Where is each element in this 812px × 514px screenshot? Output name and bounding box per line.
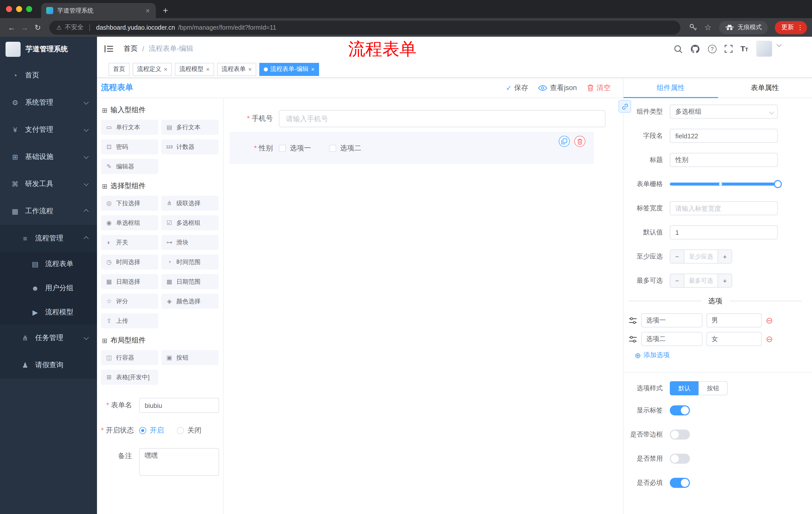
component-upload[interactable]: ⇪上传 xyxy=(101,313,158,328)
canvas-field-gender-selected[interactable]: 性别 选项一 选项二 xyxy=(230,132,594,164)
remove-option-button[interactable]: ⊖ xyxy=(766,316,773,325)
increase-button[interactable]: + xyxy=(718,250,732,263)
help-icon[interactable]: ? xyxy=(708,45,716,53)
breadcrumb-home[interactable]: 首页 xyxy=(124,44,138,53)
component-time-range[interactable]: ◔时间范围 xyxy=(161,254,219,270)
font-size-icon[interactable]: TT xyxy=(741,45,748,52)
sidebar-item-system-management[interactable]: ⚙ 系统管理 xyxy=(0,89,97,116)
form-canvas[interactable]: 手机号 xyxy=(224,98,623,514)
maximize-window-button[interactable] xyxy=(26,6,32,12)
github-icon[interactable] xyxy=(690,44,700,54)
canvas-field-phone[interactable]: 手机号 xyxy=(224,110,606,127)
component-date-picker[interactable]: ▦日期选择 xyxy=(101,274,158,289)
tag-process-form[interactable]: 流程表单 × xyxy=(217,63,256,76)
gender-checkbox-option1[interactable]: 选项一 xyxy=(279,144,311,153)
tab-component-props[interactable]: 组件属性 xyxy=(624,78,718,98)
component-switch[interactable]: ◐开关 xyxy=(101,235,158,250)
save-button[interactable]: ✓ 保存 xyxy=(506,83,528,92)
component-slider[interactable]: ⊶滑块 xyxy=(161,235,219,250)
close-icon[interactable]: × xyxy=(206,65,209,73)
component-color-picker[interactable]: ◈颜色选择 xyxy=(161,294,219,309)
option-value-input[interactable] xyxy=(706,313,762,327)
component-type-select[interactable] xyxy=(670,105,778,119)
component-multiline-text[interactable]: ▤多行文本 xyxy=(161,120,219,135)
component-table[interactable]: ⊞表格[开发中] xyxy=(101,370,158,385)
clear-button[interactable]: 清空 xyxy=(587,83,610,92)
component-time-picker[interactable]: ◷时间选择 xyxy=(101,254,158,270)
component-cascader[interactable]: ⋔级联选择 xyxy=(161,196,219,211)
component-row-container[interactable]: ◫行容器 xyxy=(101,350,158,365)
required-switch[interactable] xyxy=(670,478,690,488)
drag-option-handle[interactable] xyxy=(629,317,637,324)
bookmark-star-button[interactable]: ☆ xyxy=(704,23,712,32)
tag-home[interactable]: 首页 xyxy=(109,63,129,76)
form-grid-slider[interactable] xyxy=(670,177,778,191)
sidebar-item-leave-query[interactable]: ♟ 请假查询 xyxy=(0,352,97,379)
sidebar-item-infrastructure[interactable]: ⊞ 基础设施 xyxy=(0,143,97,170)
component-editor[interactable]: ✎编辑器 xyxy=(101,159,158,174)
tab-close-icon[interactable]: × xyxy=(145,6,151,15)
component-radio-group[interactable]: ◉单选框组 xyxy=(101,215,158,231)
sidebar-item-process-model[interactable]: ▶ 流程模型 xyxy=(0,300,97,324)
show-label-switch[interactable] xyxy=(670,405,690,415)
slider-track[interactable] xyxy=(670,183,778,186)
title-input[interactable] xyxy=(670,153,778,167)
label-width-input[interactable] xyxy=(670,201,778,215)
tag-process-form-edit[interactable]: 流程表单-编辑 × xyxy=(259,63,319,76)
sidebar-item-process-form[interactable]: ▤ 流程表单 xyxy=(0,252,97,276)
forward-button[interactable]: → xyxy=(18,23,31,32)
close-icon[interactable]: × xyxy=(164,65,167,73)
option-value-input[interactable] xyxy=(706,332,762,346)
component-rate[interactable]: ☆评分 xyxy=(101,294,158,309)
default-value-input[interactable] xyxy=(670,225,778,239)
slider-handle[interactable] xyxy=(774,180,782,188)
fullscreen-icon[interactable] xyxy=(724,45,732,53)
browser-tab[interactable]: 芋道管理系统 × xyxy=(41,3,156,18)
sidebar-item-process-management[interactable]: ≡ 流程管理 xyxy=(0,225,97,252)
sidebar-item-payment-management[interactable]: ¥ 支付管理 xyxy=(0,116,97,143)
gender-checkbox-option2[interactable]: 选项二 xyxy=(329,144,361,153)
sidebar-item-home[interactable]: ◔ 首页 xyxy=(0,62,97,89)
option-name-input[interactable] xyxy=(641,313,702,327)
remark-textarea[interactable]: 嘿嘿 xyxy=(139,448,219,476)
component-password[interactable]: ⊡密码 xyxy=(101,139,158,154)
disabled-switch[interactable] xyxy=(670,454,690,464)
key-icon[interactable] xyxy=(689,23,697,32)
reload-button[interactable]: ↻ xyxy=(31,23,44,32)
component-date-range[interactable]: ▩日期范围 xyxy=(161,274,219,289)
sidebar-item-dev-tools[interactable]: ⌘ 研发工具 xyxy=(0,170,97,198)
remove-option-button[interactable]: ⊖ xyxy=(766,335,773,343)
tag-process-definition[interactable]: 流程定义 × xyxy=(133,63,172,76)
avatar[interactable] xyxy=(756,41,772,57)
delete-component-button[interactable] xyxy=(574,136,585,147)
sidebar-item-task-management[interactable]: ⋔ 任务管理 xyxy=(0,324,97,352)
component-type-value[interactable] xyxy=(670,105,778,119)
browser-menu-icon[interactable]: ⋮ xyxy=(797,24,804,31)
option-style-default-button[interactable]: 默认 xyxy=(670,381,698,395)
menu-fold-button[interactable] xyxy=(105,45,114,53)
option-name-input[interactable] xyxy=(641,332,702,346)
address-bar[interactable]: ⚠ 不安全 dashboard.yudao.iocoder.cn /bpm/ma… xyxy=(49,20,680,34)
view-json-button[interactable]: 查看json xyxy=(539,83,577,92)
drag-option-handle[interactable] xyxy=(629,335,637,343)
minimize-window-button[interactable] xyxy=(16,6,22,12)
decrease-button[interactable]: − xyxy=(670,250,685,263)
form-name-input[interactable] xyxy=(139,398,219,413)
sidebar-item-user-group[interactable]: ☻ 用户分组 xyxy=(0,276,97,300)
component-counter[interactable]: 123计数器 xyxy=(161,139,219,154)
sidebar-item-workflow[interactable]: ▦ 工作流程 xyxy=(0,198,97,225)
min-select-stepper[interactable]: − 至少应选 + xyxy=(670,249,732,264)
tag-process-model[interactable]: 流程模型 × xyxy=(175,63,214,76)
option-style-button-button[interactable]: 按钮 xyxy=(698,381,728,395)
chevron-down-icon[interactable] xyxy=(777,42,782,47)
component-button[interactable]: ▣按钮 xyxy=(161,350,219,365)
update-button[interactable]: 更新 ⋮ xyxy=(775,21,807,34)
add-option-button[interactable]: ⊕ 添加选项 xyxy=(624,351,812,360)
tab-form-props[interactable]: 表单属性 xyxy=(718,78,812,98)
component-select[interactable]: ◎下拉选择 xyxy=(101,196,158,211)
close-icon[interactable]: × xyxy=(248,65,252,73)
close-window-button[interactable] xyxy=(6,6,12,12)
close-icon[interactable]: × xyxy=(311,65,315,73)
decrease-button[interactable]: − xyxy=(670,274,685,287)
component-single-line-text[interactable]: ▭单行文本 xyxy=(101,120,158,135)
